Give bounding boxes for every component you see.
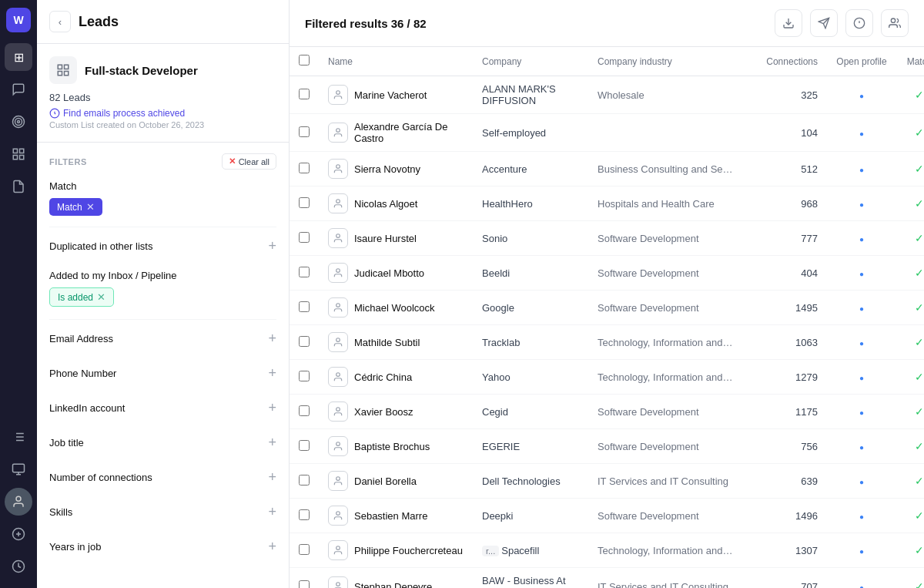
card-icon[interactable] [5, 455, 32, 483]
filter-linkedin-header[interactable]: LinkedIn account + [49, 397, 276, 419]
row-checkbox[interactable] [299, 336, 310, 347]
clear-all-button[interactable]: ✕ Clear all [222, 153, 276, 170]
row-checkbox[interactable] [299, 197, 310, 208]
svg-rect-6 [13, 156, 17, 160]
open-profile-cell: ● [827, 325, 896, 360]
filter-group-email: Email Address + [49, 328, 276, 350]
svg-point-46 [336, 546, 340, 550]
row-checkbox[interactable] [299, 509, 310, 520]
connections-cell: 512 [742, 152, 827, 186]
home-icon[interactable]: ⊞ [5, 43, 32, 71]
action-button[interactable] [845, 9, 873, 37]
doc-icon[interactable] [5, 173, 32, 200]
svg-rect-5 [20, 156, 24, 160]
row-checkbox[interactable] [299, 89, 310, 99]
filter-connections-header[interactable]: Number of connections + [49, 466, 276, 489]
list-icon[interactable] [5, 423, 32, 451]
table-row: Isaure HurstelSonioSoftware Development7… [290, 221, 924, 256]
row-checkbox[interactable] [299, 301, 310, 312]
person-name: Isaure Hurstel [354, 233, 417, 244]
app-logo[interactable]: W [6, 8, 31, 32]
row-checkbox[interactable] [299, 475, 310, 486]
filter-duplicated-label: Duplicated in other lists [49, 240, 152, 252]
person-icon [328, 367, 348, 387]
row-checkbox[interactable] [299, 267, 310, 277]
match-cell: ✓ [896, 221, 924, 256]
filter-phone-header[interactable]: Phone Number + [49, 362, 276, 385]
remove-match-tag[interactable]: ✕ [86, 201, 95, 213]
row-checkbox[interactable] [299, 405, 310, 416]
back-button[interactable]: ‹ [49, 11, 71, 32]
clock-icon[interactable] [5, 553, 32, 580]
open-profile-dot: ● [859, 374, 864, 382]
match-checkmark: ✓ [915, 197, 924, 210]
row-checkbox[interactable] [299, 126, 310, 137]
row-checkbox[interactable] [299, 580, 310, 589]
table-row: Michael WoolcockGoogleSoftware Developme… [290, 291, 924, 325]
industry-cell: Wholesale [588, 76, 742, 114]
match-checkmark: ✓ [915, 580, 924, 588]
filter-group-skills: Skills + [49, 501, 276, 523]
svg-point-39 [336, 304, 340, 307]
row-checkbox[interactable] [299, 163, 310, 173]
export-button[interactable] [775, 9, 802, 37]
find-emails-link[interactable]: Find emails process achieved [49, 108, 276, 119]
open-profile-cell: ● [827, 360, 896, 395]
connections-cell: 1496 [742, 499, 827, 533]
filter-group-duplicated-header[interactable]: Duplicated in other lists + [49, 235, 276, 257]
leads-count: 82 Leads [49, 92, 276, 103]
filters-section: FILTERS ✕ Clear all Match Match ✕ Duplic… [37, 143, 289, 588]
row-checkbox[interactable] [299, 440, 310, 451]
person-icon [328, 436, 348, 456]
person-name: Daniel Borella [354, 475, 417, 487]
send-button[interactable] [810, 9, 838, 37]
match-checkmark: ✓ [915, 301, 924, 314]
svg-point-33 [336, 91, 340, 95]
svg-point-43 [336, 442, 340, 446]
filter-phone-label: Phone Number [49, 368, 116, 379]
row-checkbox[interactable] [299, 371, 310, 381]
connections-cell: 1495 [742, 291, 827, 325]
match-cell: ✓ [896, 291, 924, 325]
app-sidebar: W ⊞ [0, 0, 37, 588]
connections-cell: 325 [742, 76, 827, 114]
company-cell: HealthHero [473, 186, 588, 221]
filter-skills-header[interactable]: Skills + [49, 501, 276, 523]
svg-point-32 [891, 18, 895, 22]
filter-jobtitle-label: Job title [49, 437, 84, 449]
company-cell: BAW - Business At Work [473, 568, 588, 589]
svg-rect-13 [13, 464, 25, 472]
col-industry-header: Company industry [588, 47, 742, 76]
match-filter-label: Match [49, 180, 276, 192]
open-profile-dot: ● [859, 443, 864, 452]
svg-rect-21 [58, 65, 62, 69]
table-row: Marine VacherotALANN MARK'S DIFFUSIONWho… [290, 76, 924, 114]
chat-icon[interactable] [5, 76, 32, 103]
person-icon [328, 506, 348, 526]
row-checkbox[interactable] [299, 232, 310, 243]
tag-icon[interactable] [5, 520, 32, 548]
filter-yearsinjob-header[interactable]: Years in job + [49, 536, 276, 558]
match-checkmark: ✓ [915, 232, 924, 244]
view-button[interactable] [881, 9, 909, 37]
page-title: Leads [79, 14, 119, 30]
svg-rect-3 [13, 149, 17, 153]
match-checkmark: ✓ [915, 509, 924, 522]
industry-cell: Technology, Information and I... [588, 360, 742, 395]
remove-is-added-tag[interactable]: ✕ [97, 291, 105, 303]
connections-cell: 756 [742, 429, 827, 464]
user-avatar-icon[interactable] [5, 488, 32, 516]
filter-email-header[interactable]: Email Address + [49, 328, 276, 350]
filter-jobtitle-header[interactable]: Job title + [49, 432, 276, 454]
filter-yearsinjob-plus-icon: + [268, 539, 276, 555]
target-icon[interactable] [5, 108, 32, 136]
industry-cell: Software Development [588, 429, 742, 464]
filter-phone-plus-icon: + [268, 365, 276, 381]
svg-rect-22 [65, 65, 69, 69]
grid-icon[interactable] [5, 140, 32, 168]
select-all-checkbox[interactable] [299, 55, 310, 66]
row-checkbox[interactable] [299, 544, 310, 555]
person-icon [328, 540, 348, 560]
connections-cell: 1279 [742, 360, 827, 395]
match-checkmark: ✓ [915, 163, 924, 175]
